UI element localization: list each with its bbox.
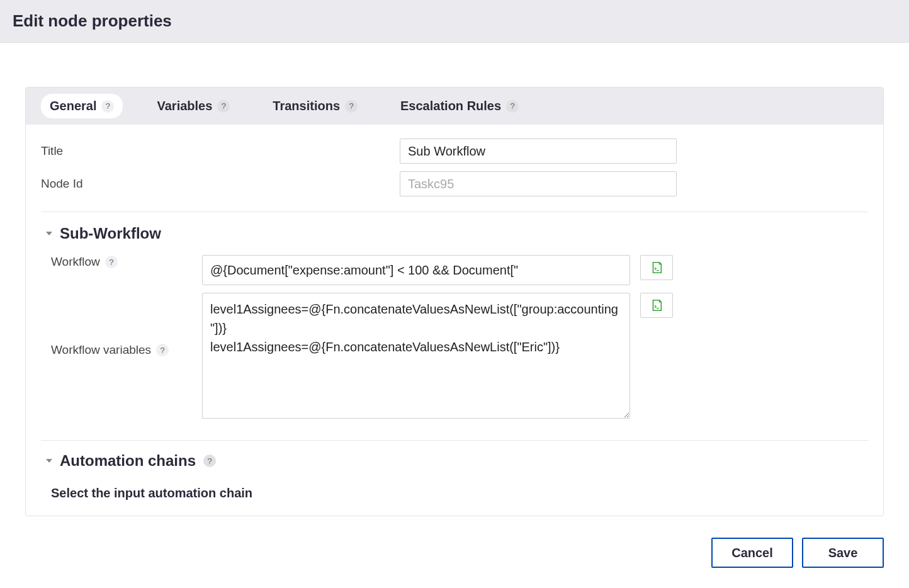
content-wrapper: General ? Variables ? Transitions ? Esca… (0, 43, 909, 529)
help-icon[interactable]: ? (345, 100, 358, 113)
workflow-row: Workflow ? (41, 251, 868, 289)
help-icon[interactable]: ? (156, 344, 169, 356)
save-button[interactable]: Save (802, 538, 884, 568)
workflow-vars-row: Workflow variables ? (41, 289, 868, 422)
footer-actions: Cancel Save (0, 529, 909, 587)
tab-variables-label: Variables (157, 99, 212, 113)
dialog-header: Edit node properties (0, 0, 909, 43)
automation-header: Automation chains ? (41, 452, 868, 478)
divider (41, 212, 868, 212)
title-label: Title (41, 144, 400, 158)
workflow-label: Workflow ? (51, 255, 195, 269)
tab-panel: General ? Variables ? Transitions ? Esca… (25, 87, 884, 516)
title-row: Title (41, 135, 868, 167)
tab-transitions-label: Transitions (273, 99, 340, 113)
help-icon[interactable]: ? (203, 455, 216, 467)
nodeid-row: Node Id (41, 167, 868, 200)
expression-icon (650, 298, 663, 312)
subworkflow-title: Sub-Workflow (60, 225, 161, 242)
workflow-input[interactable] (202, 255, 630, 285)
workflow-vars-field-group (202, 293, 673, 419)
caret-down-icon[interactable] (46, 232, 52, 235)
help-icon[interactable]: ? (105, 256, 118, 268)
expression-icon (650, 261, 663, 274)
workflow-vars-textarea[interactable] (202, 293, 630, 419)
divider (41, 440, 868, 441)
caret-down-icon[interactable] (46, 459, 52, 463)
panel-body: Title Node Id Sub-Workflow Workflow ? (26, 125, 883, 516)
title-input[interactable] (400, 139, 677, 164)
subworkflow-header: Sub-Workflow (41, 225, 868, 251)
workflow-field-group (202, 255, 673, 285)
workflow-vars-label: Workflow variables ? (51, 293, 195, 357)
workflow-label-text: Workflow (51, 255, 100, 269)
tab-escalation-label: Escalation Rules (400, 99, 501, 113)
automation-title: Automation chains (60, 452, 196, 470)
help-icon[interactable]: ? (101, 100, 114, 113)
tab-transitions[interactable]: Transitions ? (264, 94, 366, 118)
tabs-bar: General ? Variables ? Transitions ? Esca… (26, 88, 883, 125)
expression-editor-button[interactable] (640, 293, 673, 318)
cancel-button[interactable]: Cancel (711, 538, 793, 568)
tab-escalation-rules[interactable]: Escalation Rules ? (392, 94, 528, 118)
tab-variables[interactable]: Variables ? (148, 94, 239, 118)
expression-editor-button[interactable] (640, 255, 673, 280)
help-icon[interactable]: ? (506, 100, 519, 113)
dialog-title: Edit node properties (13, 11, 896, 31)
nodeid-label: Node Id (41, 177, 400, 191)
nodeid-input (400, 171, 677, 196)
help-icon[interactable]: ? (217, 100, 230, 113)
tab-general-label: General (50, 99, 96, 113)
tab-general[interactable]: General ? (41, 94, 123, 118)
automation-hint: Select the input automation chain (41, 478, 868, 500)
workflow-vars-label-text: Workflow variables (51, 343, 151, 357)
